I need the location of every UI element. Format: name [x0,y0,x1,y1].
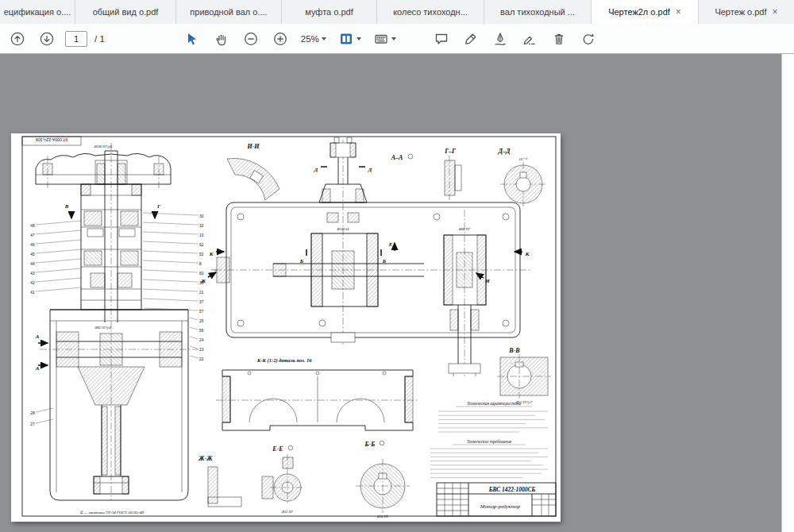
svg-text:52: 52 [199,253,204,256]
acrobat-window: ецификация о.... общий вид o.pdf приводн… [0,0,794,532]
svg-text:62: 62 [199,243,204,247]
section-letter-zh: Ж [200,278,206,284]
tools-panel-collapsed[interactable] [781,54,794,532]
svg-text:24: 24 [199,338,204,342]
section-letter-d: Д [368,167,372,173]
svg-text:22: 22 [199,357,204,361]
title-block-doc-number: БВС 1422-1000СБ [488,486,536,493]
highlight-tool-button[interactable] [460,29,482,49]
section-letter-k: К [209,251,214,257]
svg-text:21: 21 [199,291,204,295]
svg-text:Ø80 H7: Ø80 H7 [458,227,471,231]
view-label-aa: А–А [391,154,403,161]
section-letter-k: К [525,251,530,257]
svg-text:56: 56 [199,329,204,333]
svg-text:60: 60 [199,272,204,276]
svg-text:25: 25 [199,319,204,323]
tab-label: вал тихоходный ... [500,7,575,17]
page-total-label: / 1 [94,34,105,44]
svg-text:Ø82 H7/js6: Ø82 H7/js6 [94,326,112,330]
left-section-view: В Г А [35,143,198,500]
scrolling-mode-dropdown[interactable] [371,29,399,49]
tab-chertezh[interactable]: Чертеж o.pdf × [699,0,794,24]
svg-text:32: 32 [199,224,204,228]
svg-text:27: 27 [30,422,35,426]
tab-label: ецификация о.... [4,7,71,17]
fill-sign-button[interactable] [518,29,541,49]
detail-view-ee: Е-Е Ø12 H7 [262,445,305,514]
page-number-input[interactable] [65,31,87,47]
zoom-out-button[interactable] [240,29,262,49]
chevron-down-icon [357,37,361,40]
plus-circle-icon [272,31,288,47]
tab-koleso[interactable]: колесо тихоходн... [377,0,484,24]
detail-view-vv: В-В Ø22 H7/js7 [497,347,551,404]
tab-specification[interactable]: ецификация о.... [0,0,75,24]
cursor-icon [184,31,200,47]
svg-text:44: 44 [30,262,35,266]
dimension-labels: Ø180 H7/js6 Ø82 H7/js6 Ø100 h9 Ø80 H7 [94,145,471,330]
zoom-level-dropdown[interactable]: 25% [299,29,329,49]
tab-label: муфта o.pdf [305,7,353,17]
detail-view-dd: Д–Д 16⁺⁰·¹ [498,148,546,206]
svg-text:41: 41 [30,291,35,295]
tab-privodnoy-val[interactable]: приводной вал o.... [176,0,282,24]
svg-text:23: 23 [199,348,204,352]
document-tab-bar: ецификация о.... общий вид o.pdf приводн… [0,0,794,25]
tab-label: колесо тихоходн... [393,7,468,17]
svg-text:Ø100 h9: Ø100 h9 [336,227,349,231]
svg-text:30: 30 [199,214,204,218]
page-view-icon [338,31,354,47]
delete-button[interactable] [548,29,570,49]
svg-text:10: 10 [199,233,204,237]
zoom-level-value: 25% [301,34,319,44]
tab-label: Чертеж o.pdf [715,7,766,17]
technical-characteristics-block: Техническая характеристика [438,401,548,432]
hand-tool-button[interactable] [210,29,233,49]
svg-text:37: 37 [199,300,204,304]
section-letter-e: Е [388,241,393,248]
svg-text:48: 48 [30,224,35,228]
section-letter-d: Д [314,167,318,173]
previous-page-button[interactable] [6,29,29,49]
svg-text:45: 45 [30,253,35,256]
svg-text:28: 28 [30,411,35,415]
drawing-footnote: ① — звездочки ЭТ-34 ГОСТ 24.265-80 [79,511,145,515]
svg-text:8: 8 [199,262,202,266]
document-canvas[interactable]: 97.000А-22Ч.309 [0,54,794,532]
view-label-gg: Г–Г [444,148,456,155]
section-letter-b: Б [299,258,304,264]
tab-obshchiy-vid[interactable]: общий вид o.pdf [75,0,176,24]
redo-button[interactable] [577,29,599,49]
sign-tool-button[interactable] [489,29,511,49]
svg-text:46: 46 [30,243,35,247]
redo-circular-arrow-icon [580,31,596,47]
view-label-vv: В-В [508,347,520,354]
page-display-dropdown[interactable] [336,29,364,49]
tab-label: Чертеж2л o.pdf [608,7,670,17]
select-tool-button[interactable] [181,29,203,49]
keyboard-icon [373,31,389,47]
view-label-kk: К-К (1:2) деталь поз. 16 [256,357,312,364]
hand-icon [214,31,229,47]
view-label-dd: Д–Д [498,148,511,155]
arrow-up-circle-icon [10,31,25,47]
arrow-down-circle-icon [39,31,55,47]
req-title: Технические требования [467,439,512,444]
part-callouts-left: 48 47 46 45 44 43 42 41 28 27 [30,221,81,426]
comment-tool-button[interactable] [430,29,453,49]
highlighter-pen-icon [463,31,479,47]
svg-text:57: 57 [199,310,204,314]
tab-close-icon[interactable]: × [676,7,681,17]
detail-view-bb: Б-Б Ø38 H9 [356,441,410,519]
section-letter-i: И [484,278,490,284]
tab-mufta[interactable]: муфта o.pdf [282,0,377,24]
next-page-button[interactable] [36,29,58,49]
chevron-down-icon [322,37,326,40]
tab-chertezh2l[interactable]: Чертеж2л o.pdf × [592,0,699,24]
tab-close-icon[interactable]: × [773,7,778,17]
fill-sign-pen-icon [522,31,538,47]
zoom-in-button[interactable] [269,29,291,49]
svg-text:42: 42 [30,281,35,285]
tab-val-tikhokhodny[interactable]: вал тихоходный ... [484,0,592,24]
